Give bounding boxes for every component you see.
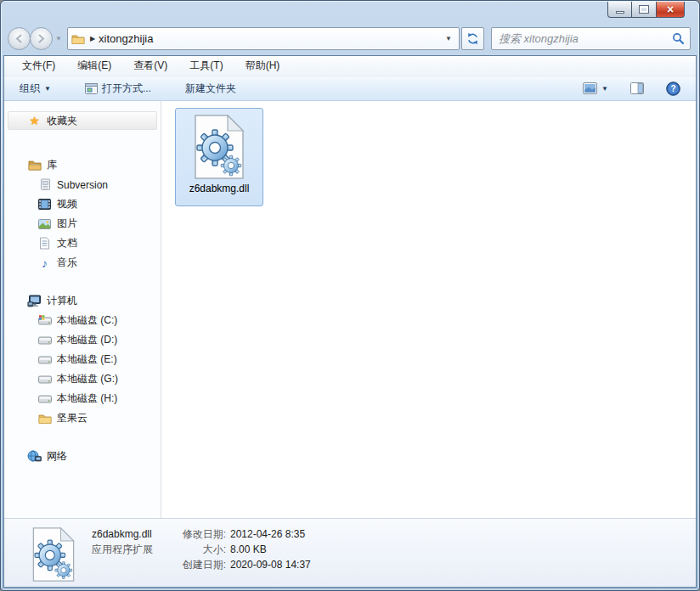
explorer-window: × ▼ ▶ xitongzhijia ▼ <box>0 0 700 591</box>
organize-dropdown-icon: ▼ <box>44 85 51 93</box>
preview-pane-button[interactable] <box>624 80 651 97</box>
disk-icon <box>37 354 52 366</box>
menu-edit[interactable]: 编辑(E) <box>66 56 122 76</box>
details-pane: z6dabkmg.dll 应用程序扩展 修改日期: 2012-04-26 8:3… <box>4 518 696 587</box>
sidebar-item-computer[interactable]: 计算机 <box>4 291 161 311</box>
breadcrumb-path[interactable]: xitongzhijia <box>99 32 442 45</box>
network-label: 网络 <box>47 449 67 464</box>
disk-c-label: 本地磁盘 (C:) <box>57 313 117 328</box>
network-icon <box>27 450 42 463</box>
new-folder-label: 新建文件夹 <box>185 82 236 96</box>
disk-h-label: 本地磁盘 (H:) <box>57 391 117 406</box>
minimize-icon <box>616 11 624 14</box>
refresh-icon <box>466 32 479 45</box>
organize-label: 组织 <box>20 82 40 96</box>
views-button[interactable]: ▼ <box>576 80 615 97</box>
back-arrow-icon <box>14 34 24 43</box>
titlebar[interactable]: × <box>1 1 699 25</box>
sidebar-item-subversion[interactable]: Subversion <box>4 175 161 194</box>
folder-icon <box>37 412 52 425</box>
search-input[interactable] <box>497 31 672 46</box>
views-icon <box>583 82 597 94</box>
disk-e-label: 本地磁盘 (E:) <box>57 352 117 367</box>
search-box <box>491 27 691 50</box>
details-row-size: 大小: 8.00 KB <box>172 542 311 557</box>
organize-button[interactable]: 组织 ▼ <box>13 79 58 98</box>
subversion-label: Subversion <box>57 179 108 191</box>
music-note-icon: ♪ <box>37 256 52 270</box>
details-file-summary: z6dabkmg.dll 应用程序扩展 <box>92 526 167 557</box>
details-file-name: z6dabkmg.dll <box>92 526 167 542</box>
sidebar-item-disk-g[interactable]: 本地磁盘 (G:) <box>4 369 161 389</box>
address-bar[interactable]: ▶ xitongzhijia ▼ <box>67 27 460 50</box>
forward-button[interactable] <box>30 27 53 50</box>
library-doc-icon <box>37 178 52 191</box>
sidebar-item-disk-d[interactable]: 本地磁盘 (D:) <box>4 330 161 350</box>
created-date-value: 2020-09-08 14:37 <box>230 557 311 572</box>
details-row-modified: 修改日期: 2012-04-26 8:35 <box>172 526 311 542</box>
toolbar-right-group: ▼ ? <box>576 79 687 98</box>
open-with-button[interactable]: 打开方式... <box>78 79 158 98</box>
help-button[interactable]: ? <box>659 79 687 98</box>
disk-icon <box>37 374 52 386</box>
navigation-pane: ★ 收藏夹 库 <box>4 101 161 518</box>
menu-tools[interactable]: 工具(T) <box>178 56 234 76</box>
command-bar: 组织 ▼ 打开方式... 新建文件夹 <box>4 76 696 101</box>
sidebar-item-videos[interactable]: 视频 <box>4 194 161 214</box>
star-icon: ★ <box>27 114 42 127</box>
file-item-dll[interactable]: z6dabkmg.dll <box>175 108 263 206</box>
close-icon: × <box>667 3 674 15</box>
recent-pages-chevron-icon[interactable]: ▼ <box>55 35 62 42</box>
search-icon[interactable] <box>672 32 685 45</box>
document-icon <box>37 237 52 250</box>
computer-label: 计算机 <box>47 294 77 308</box>
back-button[interactable] <box>8 27 31 50</box>
breadcrumb-arrow-icon[interactable]: ▶ <box>90 35 95 42</box>
close-button[interactable]: × <box>656 2 685 18</box>
menu-help[interactable]: 帮助(H) <box>234 56 291 76</box>
sidebar-item-network[interactable]: 网络 <box>4 447 161 466</box>
maximize-button[interactable] <box>632 2 656 18</box>
minimize-button[interactable] <box>607 2 632 18</box>
refresh-button[interactable] <box>461 27 484 50</box>
sidebar-item-documents[interactable]: 文档 <box>4 234 161 253</box>
videos-label: 视频 <box>57 197 77 211</box>
preview-pane-icon <box>630 82 644 94</box>
details-row-created: 创建日期: 2020-09-08 14:37 <box>172 557 311 572</box>
help-icon: ? <box>666 82 680 96</box>
address-dropdown-icon[interactable]: ▼ <box>442 35 455 42</box>
sidebar-item-music[interactable]: ♪ 音乐 <box>4 253 161 273</box>
documents-label: 文档 <box>57 236 77 250</box>
sidebar-item-favorites[interactable]: ★ 收藏夹 <box>8 111 157 130</box>
details-properties: 修改日期: 2012-04-26 8:35 大小: 8.00 KB 创建日期: … <box>172 526 311 572</box>
menu-bar: 文件(F) 编辑(E) 查看(V) 工具(T) 帮助(H) <box>4 56 696 76</box>
video-icon <box>37 199 52 210</box>
disk-d-label: 本地磁盘 (D:) <box>57 333 117 347</box>
new-folder-button[interactable]: 新建文件夹 <box>178 79 243 98</box>
sidebar-item-libraries[interactable]: 库 <box>4 155 161 175</box>
window-controls: × <box>607 2 685 18</box>
main-frame: 文件(F) 编辑(E) 查看(V) 工具(T) 帮助(H) 组织 ▼ 打开方式.… <box>3 55 697 588</box>
nutstore-label: 坚果云 <box>57 411 88 425</box>
maximize-icon <box>640 6 648 13</box>
dll-file-icon-small <box>31 526 76 583</box>
created-date-label: 创建日期: <box>172 557 226 572</box>
sidebar-item-disk-e[interactable]: 本地磁盘 (E:) <box>4 350 161 369</box>
sidebar-item-disk-h[interactable]: 本地磁盘 (H:) <box>4 389 161 408</box>
views-dropdown-icon: ▼ <box>601 85 608 93</box>
menu-view[interactable]: 查看(V) <box>122 56 178 76</box>
files-pane[interactable]: z6dabkmg.dll <box>161 101 696 518</box>
menu-file[interactable]: 文件(F) <box>11 56 66 76</box>
computer-icon <box>27 295 42 307</box>
disk-c-icon <box>37 315 52 327</box>
sidebar-item-nutstore[interactable]: 坚果云 <box>4 408 161 428</box>
forward-arrow-icon <box>37 34 46 43</box>
sidebar-item-disk-c[interactable]: 本地磁盘 (C:) <box>4 311 161 330</box>
pictures-label: 图片 <box>57 217 77 231</box>
sidebar-item-pictures[interactable]: 图片 <box>4 214 161 234</box>
music-label: 音乐 <box>57 256 77 270</box>
libraries-label: 库 <box>47 158 57 172</box>
folder-icon <box>71 32 85 45</box>
disk-icon <box>37 335 52 346</box>
open-with-icon <box>85 83 98 94</box>
